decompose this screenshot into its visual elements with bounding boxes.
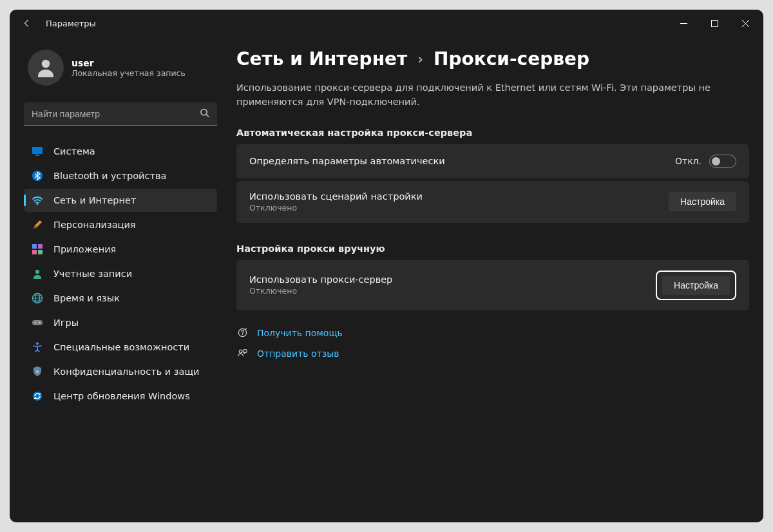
bluetooth-icon bbox=[32, 170, 43, 182]
svg-rect-7 bbox=[32, 244, 37, 249]
sidebar-item-apps[interactable]: Приложения bbox=[24, 238, 217, 261]
sidebar-item-bluetooth[interactable]: Bluetooth и устройства bbox=[24, 164, 217, 187]
svg-rect-23 bbox=[243, 350, 247, 352]
svg-point-1 bbox=[42, 60, 50, 68]
card-setup-script: Использовать сценарий настройки Отключен… bbox=[236, 181, 749, 223]
section-manual-label: Настройка прокси вручную bbox=[236, 243, 749, 254]
chevron-right-icon: › bbox=[417, 51, 423, 67]
sidebar-item-accessibility[interactable]: Специальные возможности bbox=[24, 336, 217, 359]
manual-setup-button[interactable]: Настройка bbox=[662, 276, 730, 295]
svg-point-15 bbox=[35, 322, 36, 323]
avatar bbox=[28, 50, 64, 86]
sidebar-item-label: Сеть и Интернет bbox=[53, 195, 136, 205]
svg-point-16 bbox=[39, 322, 41, 323]
toggle-state-label: Откл. bbox=[675, 156, 701, 166]
highlight-annotation: Настройка bbox=[656, 271, 736, 300]
feedback-icon bbox=[236, 348, 248, 359]
close-button[interactable] bbox=[730, 10, 761, 36]
sidebar-item-privacy[interactable]: Конфиденциальность и защи bbox=[24, 360, 217, 383]
svg-point-11 bbox=[35, 270, 39, 274]
search-input[interactable] bbox=[24, 102, 217, 126]
card-auto-detect-title: Определять параметры автоматически bbox=[249, 156, 445, 166]
shield-icon bbox=[32, 366, 43, 377]
svg-point-17 bbox=[36, 343, 39, 345]
update-icon bbox=[32, 390, 43, 402]
sidebar-item-label: Время и язык bbox=[53, 293, 120, 303]
main-content: Сеть и Интернет › Прокси-сервер Использо… bbox=[236, 43, 749, 508]
window-title: Параметры bbox=[46, 19, 96, 28]
script-setup-button[interactable]: Настройка bbox=[669, 192, 736, 211]
sidebar-item-label: Bluetooth и устройства bbox=[53, 171, 166, 181]
settings-window: Параметры user Локальная учетная запись bbox=[10, 10, 763, 522]
card-auto-detect: Определять параметры автоматически Откл. bbox=[236, 144, 749, 178]
minimize-button[interactable] bbox=[668, 10, 699, 36]
card-manual-proxy: Использовать прокси-сервер Отключено Нас… bbox=[236, 260, 749, 310]
section-auto-label: Автоматическая настройка прокси-сервера bbox=[236, 128, 749, 138]
auto-detect-toggle[interactable] bbox=[709, 155, 736, 168]
svg-rect-3 bbox=[32, 147, 43, 154]
back-button[interactable] bbox=[23, 19, 32, 28]
sidebar-item-label: Система bbox=[53, 146, 95, 157]
card-script-status: Отключено bbox=[249, 203, 423, 213]
user-name: user bbox=[72, 58, 186, 68]
svg-point-6 bbox=[37, 204, 38, 205]
sidebar-item-label: Специальные возможности bbox=[53, 342, 189, 352]
svg-point-2 bbox=[201, 109, 207, 115]
breadcrumb-parent[interactable]: Сеть и Интернет bbox=[236, 48, 407, 70]
sidebar-item-label: Центр обновления Windows bbox=[53, 391, 190, 401]
user-block[interactable]: user Локальная учетная запись bbox=[24, 43, 217, 99]
svg-rect-10 bbox=[38, 250, 43, 254]
svg-rect-0 bbox=[711, 20, 718, 26]
sidebar-item-update[interactable]: Центр обновления Windows bbox=[24, 385, 217, 408]
maximize-button[interactable] bbox=[699, 10, 730, 36]
user-account-type: Локальная учетная запись bbox=[72, 68, 186, 78]
svg-point-19 bbox=[33, 392, 42, 401]
svg-rect-9 bbox=[32, 250, 37, 254]
sidebar-item-accounts[interactable]: Учетные записи bbox=[24, 262, 217, 285]
sidebar-item-system[interactable]: Система bbox=[24, 140, 217, 163]
svg-rect-4 bbox=[35, 155, 39, 156]
breadcrumb: Сеть и Интернет › Прокси-сервер bbox=[236, 48, 749, 70]
apps-icon bbox=[32, 243, 43, 255]
card-script-title: Использовать сценарий настройки bbox=[249, 191, 423, 202]
breadcrumb-current: Прокси-сервер bbox=[434, 48, 589, 70]
display-icon bbox=[32, 146, 43, 157]
sidebar-item-label: Персонализация bbox=[53, 220, 136, 230]
card-manual-title: Использовать прокси-сервер bbox=[249, 274, 392, 285]
card-manual-status: Отключено bbox=[249, 286, 392, 296]
titlebar: Параметры bbox=[10, 10, 763, 37]
sidebar-item-personalization[interactable]: Персонализация bbox=[24, 213, 217, 236]
help-icon bbox=[236, 327, 248, 339]
sidebar-item-label: Приложения bbox=[53, 244, 116, 254]
gamepad-icon bbox=[32, 317, 43, 328]
person-icon bbox=[32, 268, 43, 280]
sidebar-item-label: Игры bbox=[53, 318, 79, 328]
svg-point-22 bbox=[239, 350, 242, 353]
accessibility-icon bbox=[32, 341, 43, 353]
sidebar-item-label: Конфиденциальность и защи bbox=[53, 366, 200, 377]
search-icon bbox=[200, 108, 209, 120]
svg-point-21 bbox=[242, 334, 243, 336]
svg-rect-18 bbox=[36, 370, 39, 373]
sidebar-item-gaming[interactable]: Игры bbox=[24, 311, 217, 334]
send-feedback-link[interactable]: Отправить отзыв bbox=[257, 348, 339, 359]
svg-rect-8 bbox=[38, 244, 43, 249]
sidebar-item-time-language[interactable]: Время и язык bbox=[24, 287, 217, 310]
wifi-icon bbox=[32, 195, 43, 206]
get-help-link[interactable]: Получить помощь bbox=[257, 328, 343, 338]
globe-icon bbox=[32, 292, 43, 304]
sidebar: user Локальная учетная запись Система bbox=[24, 43, 217, 508]
svg-rect-14 bbox=[32, 320, 43, 325]
brush-icon bbox=[32, 219, 43, 231]
sidebar-item-label: Учетные записи bbox=[53, 269, 132, 279]
page-description: Использование прокси-сервера для подключ… bbox=[236, 81, 726, 109]
sidebar-item-network[interactable]: Сеть и Интернет bbox=[24, 189, 217, 212]
